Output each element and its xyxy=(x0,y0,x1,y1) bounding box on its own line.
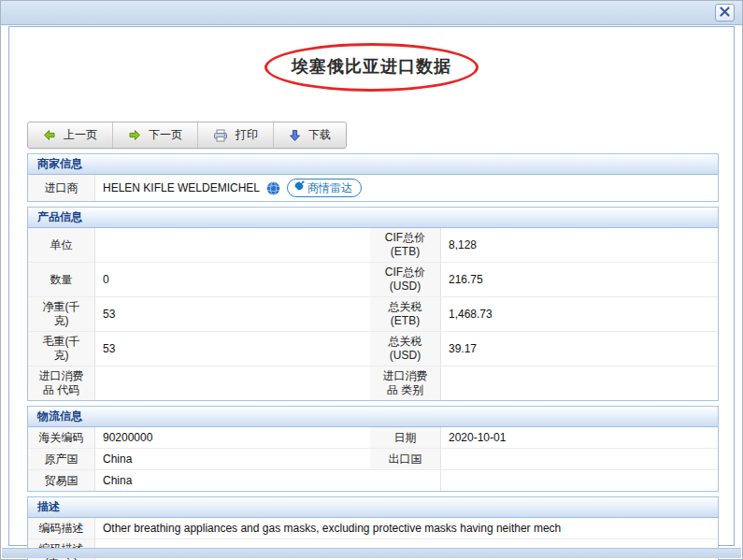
arrow-down-blue-icon xyxy=(289,129,301,142)
table-row: 净重(千克) 53 总关税(ETB) 1,468.73 xyxy=(28,296,718,331)
page-title: 埃塞俄比亚进口数据 xyxy=(292,57,451,76)
title-area: 埃塞俄比亚进口数据 xyxy=(27,43,716,110)
field-value: 53 xyxy=(95,332,370,366)
dialog-content: 埃塞俄比亚进口数据 上一页 下一页 xyxy=(8,26,735,546)
close-icon xyxy=(720,7,730,20)
field-label: 贸易国 xyxy=(28,470,95,491)
import-data-dialog: 埃塞俄比亚进口数据 上一页 下一页 xyxy=(0,0,743,560)
field-label: 海关编码 xyxy=(28,427,95,448)
field-value: 1,468.73 xyxy=(441,297,718,331)
section-logistics-header: 物流信息 xyxy=(28,407,718,427)
field-value: 39.17 xyxy=(441,332,718,366)
field-label: 原产国 xyxy=(28,449,95,469)
table-row: 编码描述 Other breathing appliances and gas … xyxy=(28,518,718,538)
radar-button[interactable]: 商情雷达 xyxy=(287,179,362,197)
field-value: 90200000 xyxy=(95,427,370,448)
field-value: 0 xyxy=(95,263,370,296)
section-description-header: 描述 xyxy=(28,497,718,518)
table-row: 原产国 China 出口国 xyxy=(28,448,718,469)
table-row: 进口商 HELEN KIFLE WELDEMICHEL xyxy=(28,175,718,201)
print-label: 打印 xyxy=(236,127,258,143)
printer-icon xyxy=(213,129,228,142)
field-label: 编码描述 xyxy=(28,518,95,538)
field-value xyxy=(441,366,718,400)
arrow-left-green-icon xyxy=(43,129,56,141)
field-label: 总关税(ETB) xyxy=(370,297,441,331)
field-value: 216.75 xyxy=(441,263,718,296)
field-value: China xyxy=(95,470,370,491)
table-row: 数量 0 CIF总价 (USD) 216.75 xyxy=(28,262,718,296)
pager-toolbar: 上一页 下一页 打印 xyxy=(27,122,347,149)
field-value: China xyxy=(95,449,370,469)
field-label: 单位 xyxy=(28,228,95,262)
importer-value-cell: HELEN KIFLE WELDEMICHEL xyxy=(95,175,718,201)
field-value: 2020-10-01 xyxy=(441,427,718,448)
globe-icon[interactable] xyxy=(266,181,280,195)
field-label: 出口国 xyxy=(370,449,441,469)
field-value: 53 xyxy=(95,297,370,331)
section-product-header: 产品信息 xyxy=(28,208,718,228)
radar-button-label: 商情雷达 xyxy=(307,181,352,195)
red-ellipse-highlight: 埃塞俄比亚进口数据 xyxy=(264,43,479,92)
window-titlebar xyxy=(1,1,742,25)
field-label: CIF总价 (USD) xyxy=(370,263,441,296)
table-row: 进口消费品 代码 进口消费品 类别 xyxy=(28,366,718,400)
field-label: 进口消费品 代码 xyxy=(28,366,95,400)
field-value xyxy=(95,228,370,262)
field-label xyxy=(370,470,441,491)
section-merchant: 商家信息 进口商 HELEN KIFLE WELDEMICHEL xyxy=(27,153,719,202)
field-label: 日期 xyxy=(370,427,441,448)
table-row: 贸易国 China xyxy=(28,469,718,491)
importer-label: 进口商 xyxy=(28,175,95,201)
field-value xyxy=(95,366,370,400)
next-page-label: 下一页 xyxy=(149,127,182,143)
satellite-dish-icon xyxy=(293,180,305,195)
field-value xyxy=(441,449,718,469)
section-product: 产品信息 单位 CIF总价 (ETB) 8,128 数量 0 CIF总价 (US… xyxy=(27,207,719,401)
field-label: 净重(千克) xyxy=(28,297,95,331)
field-label: 进口消费品 类别 xyxy=(370,366,441,400)
field-label: 毛重(千克) xyxy=(28,332,95,366)
table-row: 毛重(千克) 53 总关税 (USD) 39.17 xyxy=(28,331,718,366)
field-value: Other breathing appliances and gas masks… xyxy=(95,518,718,538)
importer-name: HELEN KIFLE WELDEMICHEL xyxy=(103,181,260,195)
field-label: 数量 xyxy=(28,263,95,296)
table-row: 海关编码 90200000 日期 2020-10-01 xyxy=(28,427,718,448)
field-value: 8,128 xyxy=(441,228,718,262)
close-button[interactable] xyxy=(715,4,735,22)
next-page-button[interactable]: 下一页 xyxy=(112,122,197,148)
prev-page-button[interactable]: 上一页 xyxy=(28,122,112,148)
window-bottom-frame xyxy=(2,548,741,558)
arrow-right-green-icon xyxy=(128,129,141,141)
download-label: 下载 xyxy=(308,127,331,143)
section-merchant-header: 商家信息 xyxy=(28,154,718,175)
field-label: CIF总价 (ETB) xyxy=(370,228,441,262)
section-logistics: 物流信息 海关编码 90200000 日期 2020-10-01 原产国 Chi… xyxy=(27,406,719,492)
download-button[interactable]: 下载 xyxy=(273,122,346,148)
table-row: 单位 CIF总价 (ETB) 8,128 xyxy=(28,228,718,262)
prev-page-label: 上一页 xyxy=(64,127,97,143)
print-button[interactable]: 打印 xyxy=(197,122,273,148)
field-label: 总关税 (USD) xyxy=(370,332,441,366)
field-value xyxy=(441,470,718,491)
